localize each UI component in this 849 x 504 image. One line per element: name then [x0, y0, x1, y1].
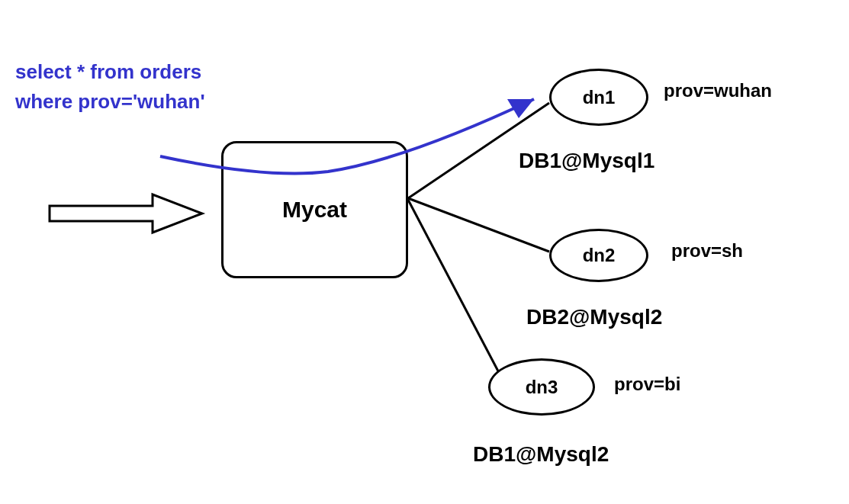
node-dn3-prov: prov=bi — [614, 374, 680, 395]
input-arrow-icon — [46, 187, 206, 240]
svg-line-3 — [408, 200, 503, 381]
node-dn3: dn3 — [488, 358, 595, 416]
svg-line-2 — [408, 198, 549, 252]
node-dn1: dn1 — [549, 69, 648, 126]
mycat-label: Mycat — [282, 197, 347, 223]
svg-marker-4 — [507, 99, 534, 118]
svg-marker-0 — [50, 194, 202, 233]
sql-query: select * from orders where prov='wuhan' — [15, 57, 205, 117]
node-dn1-label: dn1 — [583, 87, 616, 108]
node-dn2-prov: prov=sh — [671, 240, 743, 262]
query-line-2: where prov='wuhan' — [15, 87, 205, 117]
node-dn2-db: DB2@Mysql2 — [526, 305, 662, 329]
node-dn2-label: dn2 — [583, 245, 616, 266]
node-dn1-db: DB1@Mysql1 — [519, 149, 654, 173]
mycat-box: Mycat — [221, 141, 408, 278]
node-dn1-prov: prov=wuhan — [664, 80, 772, 101]
query-line-1: select * from orders — [15, 57, 205, 87]
node-dn3-db: DB1@Mysql2 — [473, 442, 609, 467]
node-dn2: dn2 — [549, 229, 648, 282]
node-dn3-label: dn3 — [526, 377, 558, 398]
